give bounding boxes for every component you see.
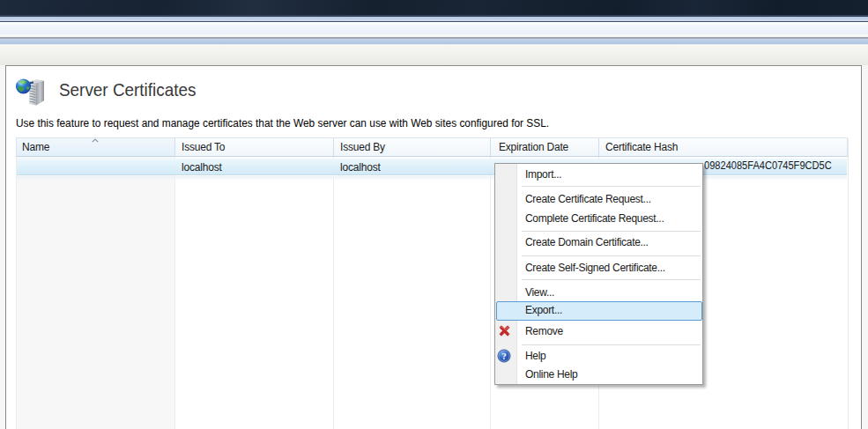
svg-text:?: ?: [501, 351, 506, 361]
